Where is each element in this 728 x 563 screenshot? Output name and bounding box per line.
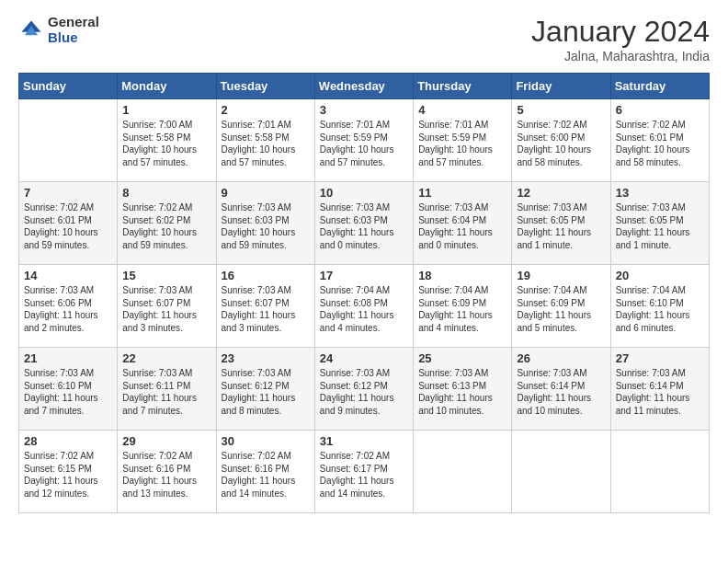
day-cell-22: 22Sunrise: 7:03 AM Sunset: 6:11 PM Dayli…	[118, 348, 216, 431]
day-cell-14: 14Sunrise: 7:03 AM Sunset: 6:06 PM Dayli…	[19, 265, 118, 348]
day-cell-26: 26Sunrise: 7:03 AM Sunset: 6:14 PM Dayli…	[512, 348, 610, 431]
day-number-13: 13	[616, 186, 704, 200]
day-info-2: Sunrise: 7:01 AM Sunset: 5:58 PM Dayligh…	[222, 119, 310, 168]
day-number-5: 5	[517, 103, 605, 117]
day-number-14: 14	[24, 269, 112, 282]
day-cell-6: 6Sunrise: 7:02 AM Sunset: 6:01 PM Daylig…	[610, 99, 709, 182]
day-number-20: 20	[616, 269, 704, 282]
day-cell-17: 17Sunrise: 7:04 AM Sunset: 6:08 PM Dayli…	[314, 265, 413, 348]
day-number-25: 25	[418, 351, 506, 365]
week-row-4: 21Sunrise: 7:03 AM Sunset: 6:10 PM Dayli…	[19, 348, 710, 431]
day-info-29: Sunrise: 7:02 AM Sunset: 6:16 PM Dayligh…	[122, 450, 210, 500]
day-number-17: 17	[320, 269, 408, 282]
day-number-26: 26	[517, 351, 605, 365]
day-number-7: 7	[24, 186, 112, 200]
day-info-20: Sunrise: 7:04 AM Sunset: 6:10 PM Dayligh…	[616, 284, 704, 334]
weekday-header-wednesday: Wednesday	[314, 74, 413, 99]
weekday-header-monday: Monday	[118, 74, 216, 99]
day-number-30: 30	[222, 434, 310, 448]
day-number-2: 2	[222, 103, 310, 117]
empty-cell	[19, 99, 118, 182]
day-number-12: 12	[517, 186, 605, 200]
day-info-22: Sunrise: 7:03 AM Sunset: 6:11 PM Dayligh…	[122, 367, 210, 417]
day-cell-19: 19Sunrise: 7:04 AM Sunset: 6:09 PM Dayli…	[512, 265, 610, 348]
day-cell-30: 30Sunrise: 7:02 AM Sunset: 6:16 PM Dayli…	[216, 431, 314, 513]
week-row-2: 7Sunrise: 7:02 AM Sunset: 6:01 PM Daylig…	[19, 182, 710, 265]
day-number-29: 29	[122, 434, 210, 448]
day-info-18: Sunrise: 7:04 AM Sunset: 6:09 PM Dayligh…	[418, 284, 506, 334]
header: General Blue January 2024 Jalna, Maharas…	[18, 15, 710, 63]
day-info-19: Sunrise: 7:04 AM Sunset: 6:09 PM Dayligh…	[517, 284, 605, 334]
day-number-9: 9	[222, 186, 310, 200]
day-info-10: Sunrise: 7:03 AM Sunset: 6:03 PM Dayligh…	[320, 201, 408, 251]
weekday-header-row: SundayMondayTuesdayWednesdayThursdayFrid…	[19, 74, 710, 99]
day-info-5: Sunrise: 7:02 AM Sunset: 6:00 PM Dayligh…	[517, 119, 605, 168]
day-cell-28: 28Sunrise: 7:02 AM Sunset: 6:15 PM Dayli…	[19, 431, 118, 513]
day-info-24: Sunrise: 7:03 AM Sunset: 6:12 PM Dayligh…	[320, 367, 408, 417]
day-cell-18: 18Sunrise: 7:04 AM Sunset: 6:09 PM Dayli…	[414, 265, 512, 348]
day-info-7: Sunrise: 7:02 AM Sunset: 6:01 PM Dayligh…	[24, 201, 112, 251]
weekday-header-saturday: Saturday	[610, 74, 709, 99]
empty-cell	[512, 431, 610, 513]
day-number-4: 4	[418, 103, 506, 117]
day-info-25: Sunrise: 7:03 AM Sunset: 6:13 PM Dayligh…	[418, 367, 506, 417]
page: General Blue January 2024 Jalna, Maharas…	[0, 0, 728, 563]
day-cell-31: 31Sunrise: 7:02 AM Sunset: 6:17 PM Dayli…	[314, 431, 413, 513]
day-info-17: Sunrise: 7:04 AM Sunset: 6:08 PM Dayligh…	[320, 284, 408, 334]
day-cell-10: 10Sunrise: 7:03 AM Sunset: 6:03 PM Dayli…	[314, 182, 413, 265]
day-info-11: Sunrise: 7:03 AM Sunset: 6:04 PM Dayligh…	[418, 201, 506, 251]
day-info-23: Sunrise: 7:03 AM Sunset: 6:12 PM Dayligh…	[222, 367, 310, 417]
day-info-8: Sunrise: 7:02 AM Sunset: 6:02 PM Dayligh…	[122, 201, 210, 251]
day-info-27: Sunrise: 7:03 AM Sunset: 6:14 PM Dayligh…	[616, 367, 704, 417]
day-info-31: Sunrise: 7:02 AM Sunset: 6:17 PM Dayligh…	[320, 450, 408, 500]
title-section: January 2024 Jalna, Maharashtra, India	[531, 15, 710, 63]
day-cell-4: 4Sunrise: 7:01 AM Sunset: 5:59 PM Daylig…	[414, 99, 512, 182]
day-cell-9: 9Sunrise: 7:03 AM Sunset: 6:03 PM Daylig…	[216, 182, 314, 265]
day-number-8: 8	[122, 186, 210, 200]
day-number-18: 18	[418, 269, 506, 282]
day-info-12: Sunrise: 7:03 AM Sunset: 6:05 PM Dayligh…	[517, 201, 605, 251]
weekday-header-thursday: Thursday	[414, 74, 512, 99]
day-number-11: 11	[418, 186, 506, 200]
day-info-16: Sunrise: 7:03 AM Sunset: 6:07 PM Dayligh…	[222, 284, 310, 334]
day-number-10: 10	[320, 186, 408, 200]
day-cell-3: 3Sunrise: 7:01 AM Sunset: 5:59 PM Daylig…	[314, 99, 413, 182]
day-number-1: 1	[122, 103, 210, 117]
day-cell-2: 2Sunrise: 7:01 AM Sunset: 5:58 PM Daylig…	[216, 99, 314, 182]
month-year-title: January 2024	[531, 15, 710, 49]
day-info-13: Sunrise: 7:03 AM Sunset: 6:05 PM Dayligh…	[616, 201, 704, 251]
logo-text: General Blue	[48, 15, 99, 45]
empty-cell	[610, 431, 709, 513]
day-info-28: Sunrise: 7:02 AM Sunset: 6:15 PM Dayligh…	[24, 450, 112, 500]
day-info-26: Sunrise: 7:03 AM Sunset: 6:14 PM Dayligh…	[517, 367, 605, 417]
day-cell-21: 21Sunrise: 7:03 AM Sunset: 6:10 PM Dayli…	[19, 348, 118, 431]
week-row-5: 28Sunrise: 7:02 AM Sunset: 6:15 PM Dayli…	[19, 431, 710, 513]
day-number-19: 19	[517, 269, 605, 282]
weekday-header-friday: Friday	[512, 74, 610, 99]
day-number-24: 24	[320, 351, 408, 365]
calendar-table: SundayMondayTuesdayWednesdayThursdayFrid…	[18, 73, 710, 513]
day-info-21: Sunrise: 7:03 AM Sunset: 6:10 PM Dayligh…	[24, 367, 112, 417]
day-cell-24: 24Sunrise: 7:03 AM Sunset: 6:12 PM Dayli…	[314, 348, 413, 431]
logo: General Blue	[18, 15, 99, 45]
day-cell-8: 8Sunrise: 7:02 AM Sunset: 6:02 PM Daylig…	[118, 182, 216, 265]
weekday-header-sunday: Sunday	[19, 74, 118, 99]
weekday-header-tuesday: Tuesday	[216, 74, 314, 99]
day-number-31: 31	[320, 434, 408, 448]
day-cell-13: 13Sunrise: 7:03 AM Sunset: 6:05 PM Dayli…	[610, 182, 709, 265]
day-cell-23: 23Sunrise: 7:03 AM Sunset: 6:12 PM Dayli…	[216, 348, 314, 431]
day-number-28: 28	[24, 434, 112, 448]
day-cell-29: 29Sunrise: 7:02 AM Sunset: 6:16 PM Dayli…	[118, 431, 216, 513]
day-cell-7: 7Sunrise: 7:02 AM Sunset: 6:01 PM Daylig…	[19, 182, 118, 265]
day-cell-25: 25Sunrise: 7:03 AM Sunset: 6:13 PM Dayli…	[414, 348, 512, 431]
day-info-14: Sunrise: 7:03 AM Sunset: 6:06 PM Dayligh…	[24, 284, 112, 334]
day-cell-11: 11Sunrise: 7:03 AM Sunset: 6:04 PM Dayli…	[414, 182, 512, 265]
logo-blue: Blue	[48, 30, 99, 46]
week-row-3: 14Sunrise: 7:03 AM Sunset: 6:06 PM Dayli…	[19, 265, 710, 348]
day-info-6: Sunrise: 7:02 AM Sunset: 6:01 PM Dayligh…	[616, 119, 704, 168]
day-number-23: 23	[222, 351, 310, 365]
day-cell-12: 12Sunrise: 7:03 AM Sunset: 6:05 PM Dayli…	[512, 182, 610, 265]
logo-general: General	[48, 15, 99, 30]
day-cell-15: 15Sunrise: 7:03 AM Sunset: 6:07 PM Dayli…	[118, 265, 216, 348]
day-number-3: 3	[320, 103, 408, 117]
